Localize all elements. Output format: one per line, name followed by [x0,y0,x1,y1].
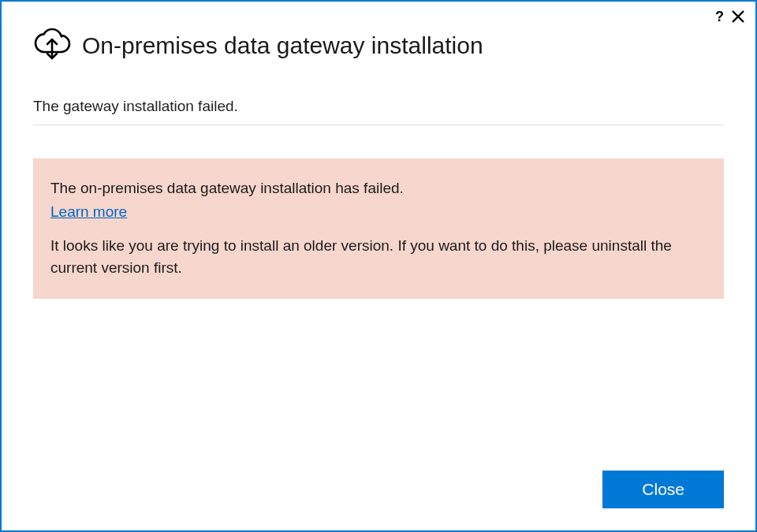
error-headline: The on-premises data gateway installatio… [50,177,707,199]
dialog-title: On-premises data gateway installation [82,32,483,59]
titlebar-controls: ? [715,9,744,24]
installer-window: ? On-premises data gateway installation … [0,0,757,532]
close-button[interactable]: Close [602,471,724,508]
error-detail: It looks like you are trying to install … [50,235,707,278]
dialog-content: The gateway installation failed. The on-… [2,65,755,471]
close-icon[interactable] [732,10,744,23]
help-icon[interactable]: ? [715,9,724,24]
dialog-header: On-premises data gateway installation [2,2,755,65]
learn-more-link[interactable]: Learn more [50,203,127,220]
status-message: The gateway installation failed. [33,65,724,125]
error-panel: The on-premises data gateway installatio… [33,158,724,299]
cloud-gateway-icon [33,27,71,65]
dialog-footer: Close [2,471,755,530]
